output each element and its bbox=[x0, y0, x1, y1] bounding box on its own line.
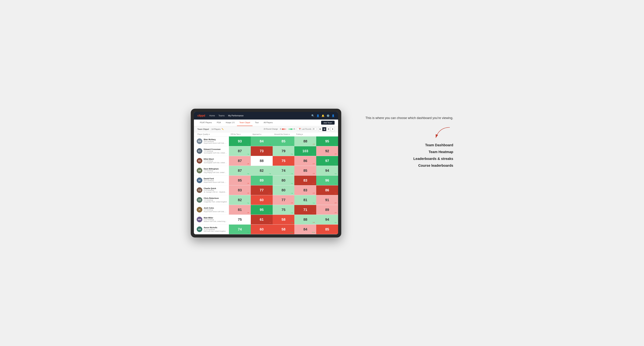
table-row[interactable]: CQ Charlie Quick 6-10 Handicap St. Georg… bbox=[194, 185, 338, 195]
stat-around_green: 71 11▼ bbox=[294, 205, 316, 215]
stat-approach: 85 8▲ bbox=[273, 137, 294, 146]
stat-player_quality: 87 1▲ bbox=[229, 146, 251, 156]
player-info: CR Chris Robertson 1-5 Handicap Craigmil… bbox=[194, 195, 229, 205]
stat-approach: 58 4▲ bbox=[273, 215, 294, 224]
stat-change: 3▼ bbox=[247, 192, 249, 194]
avatar: EC bbox=[197, 148, 202, 154]
table-row[interactable]: BM Blair McHarg Plus Handicap Royal Nort… bbox=[194, 137, 338, 146]
table-row[interactable]: EE Elliot Ebert 1-5 Handicap Sunningdale… bbox=[194, 156, 338, 166]
stat-change: 6▼ bbox=[313, 192, 315, 194]
stat-value: 88 bbox=[260, 159, 264, 163]
sub-nav-pgat[interactable]: PGAT Players bbox=[198, 119, 214, 126]
settings-icon[interactable]: ⚙️ bbox=[326, 114, 330, 117]
stat-value: 74 bbox=[238, 227, 242, 231]
list-view-button[interactable]: ☰ bbox=[326, 127, 330, 131]
stat-change: 10▼ bbox=[312, 183, 315, 184]
last-rounds-value: 20 bbox=[312, 128, 314, 130]
team-header-left: Team Clippd | 14 Players ✏️ bbox=[198, 128, 261, 130]
stat-approach: 77 3▼ bbox=[273, 195, 294, 205]
stat-change: 9▲ bbox=[291, 153, 293, 155]
player-details: Matt Miller 6-10 Handicap Woburn Golf Cl… bbox=[204, 217, 227, 222]
stat-value: 81 bbox=[304, 198, 307, 202]
stat-value: 84 bbox=[304, 227, 307, 231]
player-details: Edward Crossman 1-5 Handicap Sunningdale… bbox=[204, 148, 227, 154]
stat-value: 83 bbox=[304, 178, 307, 182]
table-row[interactable]: JC Josh Coles 1-5 Handicap Royal North D… bbox=[194, 205, 338, 215]
table-row[interactable]: EC Edward Crossman 1-5 Handicap Sunningd… bbox=[194, 146, 338, 156]
stat-value: 80 bbox=[282, 188, 286, 192]
player-club: Drift Golf Club, United Kingdom bbox=[204, 230, 227, 232]
stat-change: 3▼ bbox=[247, 183, 249, 184]
player-details: Chris Robertson 1-5 Handicap Craigmillar… bbox=[204, 197, 227, 203]
player-club: Royal North Devon Golf Club, United King… bbox=[204, 181, 227, 183]
table-row[interactable]: MM Matt Miller 6-10 Handicap Woburn Golf… bbox=[194, 215, 338, 224]
avatar: BM bbox=[197, 138, 202, 144]
stat-around_green: 83 10▼ bbox=[294, 176, 316, 185]
player-club: Royal North Devon Golf Club, United King… bbox=[204, 142, 227, 144]
stat-value: 74 bbox=[282, 169, 286, 173]
stat-around_green: 88 1▼ bbox=[294, 137, 316, 146]
stat-player_quality: 83 3▼ bbox=[229, 185, 251, 195]
separator: | bbox=[210, 128, 210, 130]
stat-change: 3▼ bbox=[313, 173, 315, 174]
stat-change: 3▲ bbox=[334, 222, 337, 223]
nav-home[interactable]: Home bbox=[209, 114, 215, 118]
stat-value: 87 bbox=[238, 159, 242, 163]
stat-change: 5▲ bbox=[334, 163, 337, 165]
stat-change: 9▲ bbox=[247, 144, 249, 145]
stat-change: 8▼ bbox=[334, 192, 337, 194]
player-details: Dave Billingham 1-5 Handicap Gog Magog G… bbox=[204, 168, 227, 173]
bell-icon[interactable]: 🔔 bbox=[322, 114, 324, 117]
add-team-button[interactable]: Add Team bbox=[321, 121, 334, 125]
stat-change: 1▲ bbox=[291, 173, 293, 174]
table-row[interactable]: DB Dave Billingham 1-5 Handicap Gog Mago… bbox=[194, 166, 338, 176]
player-info: AN Aaron Nicholls 11-15 Handicap Drift G… bbox=[194, 224, 229, 234]
stat-approach: 79 9▲ bbox=[273, 146, 294, 156]
stat-off_tee: 89 7▲ bbox=[251, 176, 273, 185]
stat-around_green: 86 6▼ bbox=[294, 156, 316, 166]
sub-nav-all-players[interactable]: All Players bbox=[261, 119, 275, 126]
stat-value: 60 bbox=[260, 227, 264, 231]
heatmap-view-button[interactable]: ▦ bbox=[322, 127, 326, 131]
player-info: CQ Charlie Quick 6-10 Handicap St. Georg… bbox=[194, 185, 229, 195]
player-handicap: 1-5 Handicap bbox=[204, 209, 227, 211]
table-header: Player Quality ▾ Off the Tee ▾ Approach … bbox=[194, 132, 338, 137]
stat-putting: 96 3▲ bbox=[316, 176, 338, 185]
annotation-arrow-container bbox=[352, 126, 453, 140]
search-icon[interactable]: 🔍 bbox=[311, 114, 314, 117]
nav-my-performance[interactable]: My Performance bbox=[228, 114, 244, 118]
stat-off_tee: 73 11▼ bbox=[251, 146, 273, 156]
sub-nav-links: PGAT Players PGA Hcaps 1-5 Team Clippd T… bbox=[198, 119, 321, 126]
player-club: Sunningdale Golf Club, United Kingdom bbox=[204, 162, 227, 164]
player-info: EC Edward Crossman 1-5 Handicap Sunningd… bbox=[194, 146, 229, 156]
data-table: Player Quality ▾ Off the Tee ▾ Approach … bbox=[194, 132, 338, 234]
stat-off_tee: 82 4▲ bbox=[251, 166, 273, 175]
sub-nav-team-clippd[interactable]: Team Clippd bbox=[237, 119, 252, 126]
stat-change: 3▲ bbox=[247, 202, 249, 204]
stat-putting: 92 3▼ bbox=[316, 146, 338, 156]
player-club: Woburn Golf Club, United Kingdom bbox=[204, 220, 227, 222]
nav-teams[interactable]: Teams bbox=[218, 114, 224, 118]
player-name: Josh Coles bbox=[204, 207, 227, 209]
avatar-icon[interactable]: 👤 bbox=[332, 114, 334, 117]
sub-nav-pga[interactable]: PGA bbox=[214, 119, 223, 126]
stat-value: 58 bbox=[282, 227, 286, 231]
last-rounds-button[interactable]: 📅 Last Rounds: 20 bbox=[297, 127, 316, 131]
grid-view-button[interactable]: ⊞ bbox=[318, 127, 322, 131]
edit-icon[interactable]: ✏️ bbox=[222, 128, 224, 130]
stat-change: 9▲ bbox=[334, 144, 337, 145]
player-details: David Ford Plus Handicap Royal North Dev… bbox=[204, 177, 227, 183]
stat-value: 86 bbox=[325, 188, 329, 192]
nav-bar: clippd Home Teams My Performance 🔍 👤 🔔 ⚙… bbox=[194, 112, 338, 120]
tablet-screen: clippd Home Teams My Performance 🔍 👤 🔔 ⚙… bbox=[194, 112, 338, 234]
sub-nav-tour[interactable]: Tour bbox=[252, 119, 261, 126]
user-icon[interactable]: 👤 bbox=[316, 114, 320, 117]
table-row[interactable]: AN Aaron Nicholls 11-15 Handicap Drift G… bbox=[194, 224, 338, 234]
avatar: DF bbox=[197, 177, 202, 183]
sub-nav-hcaps[interactable]: Hcaps 1-5 bbox=[223, 119, 237, 126]
table-row[interactable]: DF David Ford Plus Handicap Royal North … bbox=[194, 176, 338, 185]
table-row[interactable]: CR Chris Robertson 1-5 Handicap Craigmil… bbox=[194, 195, 338, 205]
view-icons: ⊞ ▦ ☰ ⬇ bbox=[318, 127, 334, 131]
download-button[interactable]: ⬇ bbox=[331, 127, 334, 131]
stat-change: 4▼ bbox=[334, 231, 337, 233]
